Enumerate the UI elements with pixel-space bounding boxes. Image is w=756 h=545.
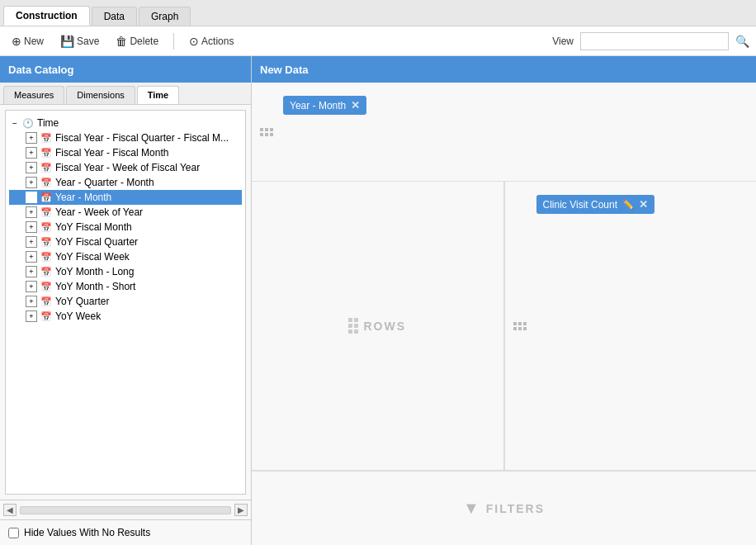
expand-item-icon[interactable]: + <box>26 192 37 203</box>
expand-item-icon[interactable]: + <box>26 236 37 248</box>
expand-item-icon[interactable]: + <box>26 147 37 159</box>
sub-tab-measures[interactable]: Measures <box>3 86 64 104</box>
expand-item-icon[interactable]: + <box>26 310 37 322</box>
drop-zones: Year - Month ✕ <box>252 83 756 545</box>
chip-remove-icon[interactable]: ✕ <box>351 99 360 111</box>
list-item[interactable]: + 📅 YoY Fiscal Quarter <box>9 235 242 249</box>
sub-tab-bar: Measures Dimensions Time <box>0 83 251 105</box>
search-button[interactable]: 🔍 <box>735 35 749 48</box>
actions-button[interactable]: ⊙ Actions <box>184 32 239 50</box>
columns-zone[interactable]: Year - Month ✕ <box>252 83 756 181</box>
list-item[interactable]: + 📅 Fiscal Year - Week of Fiscal Year <box>9 160 242 175</box>
list-item[interactable]: + 📅 YoY Fiscal Week <box>9 249 242 264</box>
calendar-icon: 📅 <box>39 267 54 277</box>
right-panel-header: New Data <box>252 56 756 83</box>
calendar-icon: 📅 <box>39 237 54 248</box>
expand-item-icon[interactable]: + <box>26 162 37 173</box>
calendar-icon: 📅 <box>39 222 54 233</box>
expand-item-icon[interactable]: + <box>26 281 37 292</box>
actions-icon: ⊙ <box>189 35 199 48</box>
rows-label: ROWS <box>363 320 406 333</box>
left-panel: Data Catalog Measures Dimensions Time − … <box>0 56 252 545</box>
tree-root: − 🕐 Time <box>9 116 242 130</box>
delete-button[interactable]: 🗑 Delete <box>111 32 163 50</box>
left-panel-header: Data Catalog <box>0 56 251 83</box>
plus-circle-icon: ⊕ <box>12 35 21 48</box>
toolbar: ⊕ New 💾 Save 🗑 Delete ⊙ Actions View 🔍 <box>0 26 756 56</box>
main-layout: Data Catalog Measures Dimensions Time − … <box>0 56 756 545</box>
bottom-bar: Hide Values With No Results <box>0 519 251 545</box>
list-item[interactable]: + 📅 Fiscal Year - Fiscal Quarter - Fisca… <box>9 130 242 145</box>
rows-measures-row: ROWS Clinic Visit <box>252 182 756 471</box>
save-icon: 💾 <box>60 35 74 48</box>
list-item[interactable]: + 📅 YoY Week <box>9 309 242 324</box>
right-panel: New Data <box>252 56 756 545</box>
list-item[interactable]: + 📅 YoY Month - Long <box>9 264 242 279</box>
list-item[interactable]: + 📅 Fiscal Year - Fiscal Month <box>9 145 242 160</box>
calendar-icon: 📅 <box>39 282 54 292</box>
chip-edit-icon[interactable]: ✏️ <box>622 199 634 210</box>
measures-chip[interactable]: Clinic Visit Count ✏️ ✕ <box>536 195 654 214</box>
delete-icon: 🗑 <box>116 35 127 48</box>
list-item[interactable]: + 📅 YoY Fiscal Month <box>9 220 242 235</box>
calendar-icon: 📅 <box>39 252 54 263</box>
hide-values-checkbox[interactable] <box>8 528 19 538</box>
app-container: Construction Data Graph ⊕ New 💾 Save 🗑 D… <box>0 0 756 545</box>
measures-grid-icon <box>513 322 527 330</box>
calendar-icon: 📅 <box>39 207 54 218</box>
list-item[interactable]: + 📅 Year - Quarter - Month <box>9 175 242 190</box>
calendar-icon: 📅 <box>39 311 54 322</box>
scroll-left-arrow[interactable]: ◀ <box>3 504 17 516</box>
view-label: View <box>552 36 574 47</box>
top-tab-bar: Construction Data Graph <box>0 0 756 26</box>
tab-graph[interactable]: Graph <box>139 7 191 26</box>
columns-row: Year - Month ✕ <box>252 83 756 182</box>
sub-tab-time[interactable]: Time <box>137 86 179 104</box>
filters-label: FILTERS <box>486 502 545 515</box>
expand-item-icon[interactable]: + <box>26 251 37 263</box>
list-item[interactable]: + 📅 YoY Quarter <box>9 294 242 309</box>
calendar-icon: 📅 <box>39 178 54 188</box>
view-input[interactable] <box>580 32 729 50</box>
filter-icon: ▼ <box>463 499 480 518</box>
expand-item-icon[interactable]: + <box>26 266 37 277</box>
new-button[interactable]: ⊕ New <box>7 32 49 50</box>
list-item-year-month[interactable]: + 📅 Year - Month <box>9 190 242 205</box>
chip-remove-icon[interactable]: ✕ <box>639 198 648 211</box>
list-item[interactable]: + 📅 YoY Month - Short <box>9 279 242 294</box>
list-item[interactable]: + 📅 Year - Week of Year <box>9 205 242 220</box>
rows-grid-icon <box>348 318 358 334</box>
calendar-icon: 📅 <box>39 192 54 203</box>
columns-grid-icon <box>260 128 273 136</box>
expand-item-icon[interactable]: + <box>26 177 37 188</box>
filters-row: ▼ FILTERS <box>252 471 756 545</box>
columns-chip[interactable]: Year - Month ✕ <box>283 96 366 115</box>
save-button[interactable]: 💾 Save <box>55 32 104 50</box>
expand-item-icon[interactable]: + <box>26 221 37 233</box>
clock-icon: 🕐 <box>21 118 35 129</box>
tab-data[interactable]: Data <box>92 7 137 26</box>
expand-time-icon[interactable]: − <box>9 119 21 128</box>
scroll-track[interactable] <box>20 506 231 514</box>
sub-tab-dimensions[interactable]: Dimensions <box>66 86 135 104</box>
toolbar-separator <box>173 33 174 50</box>
horizontal-scrollbar[interactable]: ◀ ▶ <box>0 500 251 519</box>
filters-zone[interactable]: ▼ FILTERS <box>252 472 756 545</box>
rows-zone[interactable]: ROWS <box>252 182 504 470</box>
tab-construction[interactable]: Construction <box>3 6 90 26</box>
calendar-icon: 📅 <box>39 133 54 144</box>
calendar-icon: 📅 <box>39 148 54 159</box>
calendar-icon: 📅 <box>39 163 54 173</box>
scroll-right-arrow[interactable]: ▶ <box>234 504 248 516</box>
calendar-icon: 📅 <box>39 296 54 307</box>
measures-zone[interactable]: Clinic Visit Count ✏️ ✕ <box>504 182 757 470</box>
expand-item-icon[interactable]: + <box>26 132 37 144</box>
tree-area[interactable]: − 🕐 Time + 📅 Fiscal Year - Fiscal Quarte… <box>5 110 246 495</box>
expand-item-icon[interactable]: + <box>26 206 37 218</box>
expand-item-icon[interactable]: + <box>26 296 37 307</box>
